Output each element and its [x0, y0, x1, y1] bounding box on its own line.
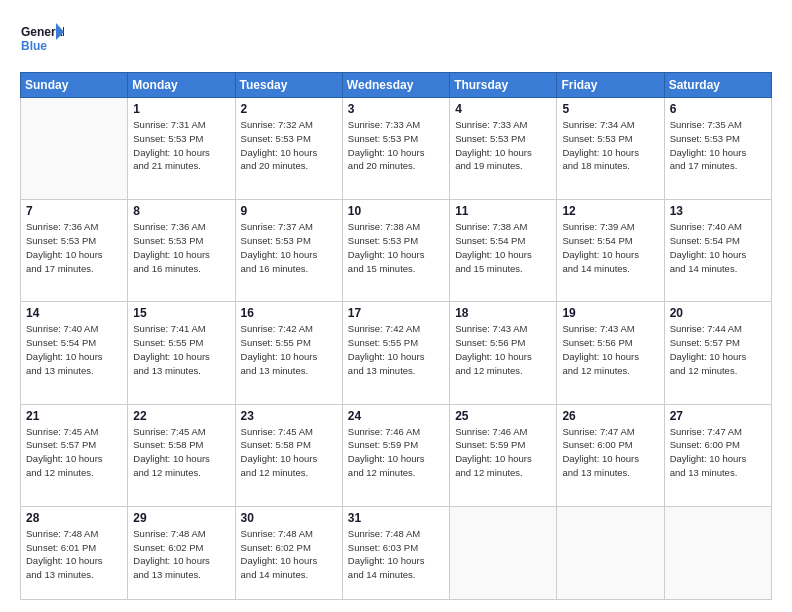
calendar-cell: 24Sunrise: 7:46 AMSunset: 5:59 PMDayligh… [342, 404, 449, 506]
day-number: 1 [133, 102, 229, 116]
logo-svg: General Blue [20, 18, 64, 62]
calendar-cell: 10Sunrise: 7:38 AMSunset: 5:53 PMDayligh… [342, 200, 449, 302]
cell-info: Sunrise: 7:33 AMSunset: 5:53 PMDaylight:… [348, 118, 444, 173]
cell-info: Sunrise: 7:36 AMSunset: 5:53 PMDaylight:… [133, 220, 229, 275]
calendar-cell: 15Sunrise: 7:41 AMSunset: 5:55 PMDayligh… [128, 302, 235, 404]
cell-info: Sunrise: 7:42 AMSunset: 5:55 PMDaylight:… [348, 322, 444, 377]
day-number: 6 [670, 102, 766, 116]
day-number: 2 [241, 102, 337, 116]
cell-info: Sunrise: 7:38 AMSunset: 5:53 PMDaylight:… [348, 220, 444, 275]
calendar-cell: 7Sunrise: 7:36 AMSunset: 5:53 PMDaylight… [21, 200, 128, 302]
logo: General Blue [20, 18, 64, 62]
calendar-week-1: 1Sunrise: 7:31 AMSunset: 5:53 PMDaylight… [21, 98, 772, 200]
cell-info: Sunrise: 7:36 AMSunset: 5:53 PMDaylight:… [26, 220, 122, 275]
calendar-week-5: 28Sunrise: 7:48 AMSunset: 6:01 PMDayligh… [21, 506, 772, 599]
calendar-cell: 8Sunrise: 7:36 AMSunset: 5:53 PMDaylight… [128, 200, 235, 302]
cell-info: Sunrise: 7:46 AMSunset: 5:59 PMDaylight:… [455, 425, 551, 480]
calendar-cell [557, 506, 664, 599]
day-number: 9 [241, 204, 337, 218]
day-number: 25 [455, 409, 551, 423]
day-number: 30 [241, 511, 337, 525]
calendar-cell: 2Sunrise: 7:32 AMSunset: 5:53 PMDaylight… [235, 98, 342, 200]
weekday-header-saturday: Saturday [664, 73, 771, 98]
calendar-cell: 31Sunrise: 7:48 AMSunset: 6:03 PMDayligh… [342, 506, 449, 599]
day-number: 18 [455, 306, 551, 320]
cell-info: Sunrise: 7:32 AMSunset: 5:53 PMDaylight:… [241, 118, 337, 173]
day-number: 24 [348, 409, 444, 423]
weekday-header-monday: Monday [128, 73, 235, 98]
calendar-week-4: 21Sunrise: 7:45 AMSunset: 5:57 PMDayligh… [21, 404, 772, 506]
calendar-cell: 5Sunrise: 7:34 AMSunset: 5:53 PMDaylight… [557, 98, 664, 200]
weekday-header-thursday: Thursday [450, 73, 557, 98]
calendar-cell: 27Sunrise: 7:47 AMSunset: 6:00 PMDayligh… [664, 404, 771, 506]
cell-info: Sunrise: 7:43 AMSunset: 5:56 PMDaylight:… [562, 322, 658, 377]
weekday-header-wednesday: Wednesday [342, 73, 449, 98]
calendar-cell: 25Sunrise: 7:46 AMSunset: 5:59 PMDayligh… [450, 404, 557, 506]
cell-info: Sunrise: 7:48 AMSunset: 6:03 PMDaylight:… [348, 527, 444, 582]
calendar-cell: 20Sunrise: 7:44 AMSunset: 5:57 PMDayligh… [664, 302, 771, 404]
day-number: 21 [26, 409, 122, 423]
calendar-cell: 14Sunrise: 7:40 AMSunset: 5:54 PMDayligh… [21, 302, 128, 404]
cell-info: Sunrise: 7:42 AMSunset: 5:55 PMDaylight:… [241, 322, 337, 377]
day-number: 7 [26, 204, 122, 218]
cell-info: Sunrise: 7:41 AMSunset: 5:55 PMDaylight:… [133, 322, 229, 377]
day-number: 16 [241, 306, 337, 320]
cell-info: Sunrise: 7:45 AMSunset: 5:58 PMDaylight:… [133, 425, 229, 480]
cell-info: Sunrise: 7:40 AMSunset: 5:54 PMDaylight:… [26, 322, 122, 377]
calendar-cell: 19Sunrise: 7:43 AMSunset: 5:56 PMDayligh… [557, 302, 664, 404]
calendar-cell: 13Sunrise: 7:40 AMSunset: 5:54 PMDayligh… [664, 200, 771, 302]
day-number: 10 [348, 204, 444, 218]
cell-info: Sunrise: 7:34 AMSunset: 5:53 PMDaylight:… [562, 118, 658, 173]
cell-info: Sunrise: 7:48 AMSunset: 6:02 PMDaylight:… [133, 527, 229, 582]
calendar-week-3: 14Sunrise: 7:40 AMSunset: 5:54 PMDayligh… [21, 302, 772, 404]
day-number: 17 [348, 306, 444, 320]
cell-info: Sunrise: 7:47 AMSunset: 6:00 PMDaylight:… [562, 425, 658, 480]
calendar-cell: 29Sunrise: 7:48 AMSunset: 6:02 PMDayligh… [128, 506, 235, 599]
calendar-cell: 11Sunrise: 7:38 AMSunset: 5:54 PMDayligh… [450, 200, 557, 302]
calendar-cell: 28Sunrise: 7:48 AMSunset: 6:01 PMDayligh… [21, 506, 128, 599]
cell-info: Sunrise: 7:44 AMSunset: 5:57 PMDaylight:… [670, 322, 766, 377]
calendar-cell: 3Sunrise: 7:33 AMSunset: 5:53 PMDaylight… [342, 98, 449, 200]
calendar-cell: 9Sunrise: 7:37 AMSunset: 5:53 PMDaylight… [235, 200, 342, 302]
calendar-week-2: 7Sunrise: 7:36 AMSunset: 5:53 PMDaylight… [21, 200, 772, 302]
day-number: 22 [133, 409, 229, 423]
day-number: 29 [133, 511, 229, 525]
day-number: 5 [562, 102, 658, 116]
day-number: 14 [26, 306, 122, 320]
day-number: 28 [26, 511, 122, 525]
day-number: 4 [455, 102, 551, 116]
day-number: 3 [348, 102, 444, 116]
calendar-cell: 26Sunrise: 7:47 AMSunset: 6:00 PMDayligh… [557, 404, 664, 506]
weekday-header-sunday: Sunday [21, 73, 128, 98]
calendar-cell: 30Sunrise: 7:48 AMSunset: 6:02 PMDayligh… [235, 506, 342, 599]
cell-info: Sunrise: 7:40 AMSunset: 5:54 PMDaylight:… [670, 220, 766, 275]
cell-info: Sunrise: 7:48 AMSunset: 6:02 PMDaylight:… [241, 527, 337, 582]
day-number: 31 [348, 511, 444, 525]
cell-info: Sunrise: 7:31 AMSunset: 5:53 PMDaylight:… [133, 118, 229, 173]
weekday-header-tuesday: Tuesday [235, 73, 342, 98]
day-number: 8 [133, 204, 229, 218]
day-number: 12 [562, 204, 658, 218]
cell-info: Sunrise: 7:45 AMSunset: 5:58 PMDaylight:… [241, 425, 337, 480]
header: General Blue [20, 18, 772, 62]
day-number: 27 [670, 409, 766, 423]
weekday-header-friday: Friday [557, 73, 664, 98]
calendar-cell: 17Sunrise: 7:42 AMSunset: 5:55 PMDayligh… [342, 302, 449, 404]
calendar-cell [450, 506, 557, 599]
calendar-cell: 12Sunrise: 7:39 AMSunset: 5:54 PMDayligh… [557, 200, 664, 302]
day-number: 13 [670, 204, 766, 218]
day-number: 23 [241, 409, 337, 423]
calendar-table: SundayMondayTuesdayWednesdayThursdayFrid… [20, 72, 772, 600]
day-number: 15 [133, 306, 229, 320]
svg-text:Blue: Blue [21, 39, 47, 53]
page: General Blue SundayMondayTuesdayWednesda… [0, 0, 792, 612]
calendar-cell: 16Sunrise: 7:42 AMSunset: 5:55 PMDayligh… [235, 302, 342, 404]
cell-info: Sunrise: 7:47 AMSunset: 6:00 PMDaylight:… [670, 425, 766, 480]
calendar-cell: 4Sunrise: 7:33 AMSunset: 5:53 PMDaylight… [450, 98, 557, 200]
day-number: 11 [455, 204, 551, 218]
cell-info: Sunrise: 7:39 AMSunset: 5:54 PMDaylight:… [562, 220, 658, 275]
calendar-cell: 18Sunrise: 7:43 AMSunset: 5:56 PMDayligh… [450, 302, 557, 404]
calendar-cell: 1Sunrise: 7:31 AMSunset: 5:53 PMDaylight… [128, 98, 235, 200]
cell-info: Sunrise: 7:37 AMSunset: 5:53 PMDaylight:… [241, 220, 337, 275]
cell-info: Sunrise: 7:46 AMSunset: 5:59 PMDaylight:… [348, 425, 444, 480]
